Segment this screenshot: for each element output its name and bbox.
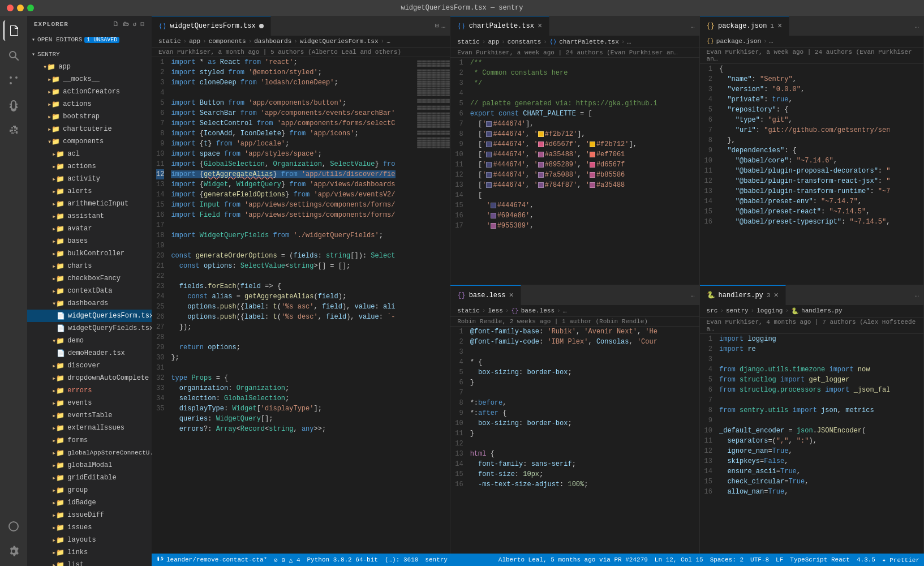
sidebar-item-forms[interactable]: ▸📁 forms <box>27 434 152 447</box>
window-controls[interactable] <box>7 5 34 11</box>
sidebar-item-gridEditable[interactable]: ▸📁 gridEditable <box>27 471 152 484</box>
sidebar-item-app[interactable]: ▾📁 app <box>27 61 152 73</box>
sidebar-item-arithmeticInput[interactable]: ▸📁 arithmeticInput <box>27 198 152 210</box>
code-content-left[interactable]: import * as React from 'react'; import s… <box>169 57 416 554</box>
split-editor-icon[interactable]: ⊟ <box>435 22 439 30</box>
sidebar-item-idBadge[interactable]: ▸📁 idBadge <box>27 496 152 509</box>
sidebar-item-issues[interactable]: ▸📁 issues <box>27 521 152 534</box>
more-icon[interactable]: … <box>915 291 919 299</box>
code-area-left[interactable]: 12345 678910 1112131415 1617181920 21222… <box>152 57 450 554</box>
tab-icons-mid-bottom: … <box>686 291 699 299</box>
code-content-right-top[interactable]: { "name": "Sentry", "version": "0.0.0", … <box>717 64 889 285</box>
tab-chartPalette[interactable]: ⟨⟩ chartPalette.tsx × <box>450 16 549 36</box>
new-file-icon[interactable]: 🗋 <box>113 20 119 28</box>
refresh-icon[interactable]: ↺ <box>133 20 137 28</box>
code-content-mid-top[interactable]: /** * Common constants here */ // palett… <box>468 58 699 285</box>
more-icon[interactable]: … <box>690 22 694 30</box>
code-content-right-bottom[interactable]: import logging import re from django.uti… <box>717 334 889 554</box>
sentry-section: ▾ SENTRY ▾📁 app ▸📁 __mocks__ ▸📁 actionCr… <box>27 47 152 566</box>
activity-remote-icon[interactable] <box>3 516 24 537</box>
sidebar-item-actions[interactable]: ▸📁 actions <box>27 98 152 110</box>
sidebar-item-contextData[interactable]: ▸📁 contextData <box>27 285 152 297</box>
open-editors-header[interactable]: ▾ OPEN EDITORS 1 UNSAVED <box>27 33 152 46</box>
sidebar-item-globalModal[interactable]: ▸📁 globalModal <box>27 459 152 471</box>
sidebar-item-chartcuterie[interactable]: ▸📁 chartcuterie <box>27 123 152 135</box>
code-area-right-top[interactable]: 12345 678910 1112131415 16 { "name": "Se… <box>700 64 923 285</box>
sentry-header[interactable]: ▾ SENTRY <box>27 48 152 61</box>
sidebar-item-eventsTable[interactable]: ▸📁 eventsTable <box>27 409 152 422</box>
tab-handlers-py[interactable]: 🐍 handlers.py 3 × <box>700 285 786 305</box>
status-encoding[interactable]: UTF-8 <box>750 556 769 564</box>
sidebar-item-components[interactable]: ▾📁 components <box>27 135 152 148</box>
more-icon[interactable]: … <box>915 22 919 30</box>
tab-widgetQueriesForm[interactable]: ⟨⟩ widgetQueriesForm.tsx <box>152 16 271 36</box>
status-warnings[interactable]: ⊘ 0 △ 4 <box>274 556 300 564</box>
editor-pane-left: ⟨⟩ widgetQueriesForm.tsx ⊟ … static › ap… <box>152 16 450 554</box>
folder-icon: ▸📁 <box>52 499 65 507</box>
tab-base-less[interactable]: {} base.less × <box>450 285 521 305</box>
sidebar-item-bases[interactable]: ▸📁 bases <box>27 235 152 247</box>
sidebar-item-avatar[interactable]: ▸📁 avatar <box>27 222 152 235</box>
tab-package-json[interactable]: {} package.json 1 × <box>700 16 790 36</box>
sidebar-item-events[interactable]: ▸📁 events <box>27 397 152 409</box>
tab-close[interactable]: × <box>509 291 513 299</box>
sidebar-item-mocks[interactable]: ▸📁 __mocks__ <box>27 73 152 85</box>
minimize-button[interactable] <box>17 5 24 11</box>
sidebar-item-actions2[interactable]: ▸📁 actions <box>27 160 152 173</box>
activity-extensions-icon[interactable] <box>3 120 24 140</box>
tab-close[interactable]: × <box>777 22 782 30</box>
code-content-mid-bottom[interactable]: @font-family-base: 'Rubik', 'Avenir Next… <box>468 327 699 554</box>
sidebar-item-links[interactable]: ▸📁 links <box>27 546 152 559</box>
status-prettier[interactable]: ✦ Prettier <box>882 556 919 564</box>
status-eol[interactable]: LF <box>776 556 783 564</box>
sidebar-item-acl[interactable]: ▸📁 acl <box>27 148 152 160</box>
tab-close[interactable]: × <box>538 22 542 30</box>
sidebar-item-activity[interactable]: ▸📁 activity <box>27 173 152 185</box>
sidebar-item-list[interactable]: ▸📁 list <box>27 559 152 566</box>
sidebar-item-demoHeader[interactable]: 📄 demoHeader.tsx <box>27 347 152 359</box>
sidebar-item-discover[interactable]: ▸📁 discover <box>27 359 152 372</box>
sidebar-item-checkboxFancy[interactable]: ▸📁 checkboxFancy <box>27 272 152 285</box>
sidebar-item-bulkController[interactable]: ▸📁 bulkController <box>27 247 152 260</box>
status-python[interactable]: Python 3.8.2 64-bit <box>307 556 378 563</box>
ts-file-icon: 📄 <box>57 324 65 333</box>
sidebar-item-widgetQueryFields[interactable]: 📄 widgetQueryFields.tsx <box>27 322 152 335</box>
code-area-right-bottom[interactable]: 12345 678910 1112131415 16 import loggin… <box>700 334 923 554</box>
maximize-button[interactable] <box>27 5 34 11</box>
close-button[interactable] <box>7 5 14 11</box>
sidebar-item-widgetQueriesForm[interactable]: 📄 widgetQueriesForm.tsx <box>27 310 152 322</box>
tab-close[interactable]: × <box>773 291 778 299</box>
sidebar-item-dropdownAutoComplete[interactable]: ▸📁 dropdownAutoComplete <box>27 372 152 384</box>
sidebar-item-dashboards[interactable]: ▾📁 dashboards <box>27 297 152 310</box>
sidebar-item-group[interactable]: ▸📁 group <box>27 484 152 496</box>
tab-icons-right-top: … <box>910 22 923 30</box>
sidebar-item-layouts[interactable]: ▸📁 layouts <box>27 534 152 546</box>
sidebar-item-charts[interactable]: ▸📁 charts <box>27 260 152 272</box>
status-language[interactable]: TypeScript React <box>790 556 850 564</box>
code-area-mid-bottom[interactable]: 12345 678910 1112131415 16 @font-family-… <box>450 327 699 554</box>
activity-explorer-icon[interactable] <box>3 20 24 41</box>
sidebar-header: Explorer 🗋 🗁 ↺ ⊟ <box>27 16 152 32</box>
status-position[interactable]: Ln 12, Col 15 <box>655 556 703 564</box>
activity-debug-icon[interactable] <box>3 95 24 115</box>
sidebar-item-externalIssues[interactable]: ▸📁 externalIssues <box>27 422 152 434</box>
new-folder-icon[interactable]: 🗁 <box>123 20 130 28</box>
sidebar-item-demo[interactable]: ▾📁 demo <box>27 335 152 347</box>
sidebar-item-alerts[interactable]: ▸📁 alerts <box>27 185 152 198</box>
more-icon[interactable]: … <box>441 22 445 30</box>
git-branch[interactable]: leander/remove-contact-cta* <box>156 556 267 564</box>
sidebar-item-actionCreators[interactable]: ▸📁 actionCreators <box>27 85 152 98</box>
code-area-mid-top[interactable]: 12345 678910 1112131415 1617 /** * Commo… <box>450 58 699 285</box>
collapse-icon[interactable]: ⊟ <box>140 20 145 28</box>
sidebar-item-errors[interactable]: ▸📁 errors <box>27 384 152 397</box>
sidebar-item-bootstrap[interactable]: ▸📁 bootstrap <box>27 110 152 123</box>
sidebar-item-assistant[interactable]: ▸📁 assistant <box>27 210 152 222</box>
more-icon[interactable]: … <box>690 291 694 299</box>
activity-search-icon[interactable] <box>3 45 24 66</box>
status-spaces[interactable]: Spaces: 2 <box>710 556 744 564</box>
sidebar-item-globalAppStore[interactable]: ▸📁 globalAppStoreConnectU... <box>27 447 152 459</box>
activity-git-icon[interactable] <box>3 70 24 91</box>
folder-icon: ▸📁 <box>52 187 65 196</box>
activity-settings-icon[interactable] <box>3 541 24 561</box>
sidebar-item-issueDiff[interactable]: ▸📁 issueDiff <box>27 509 152 521</box>
